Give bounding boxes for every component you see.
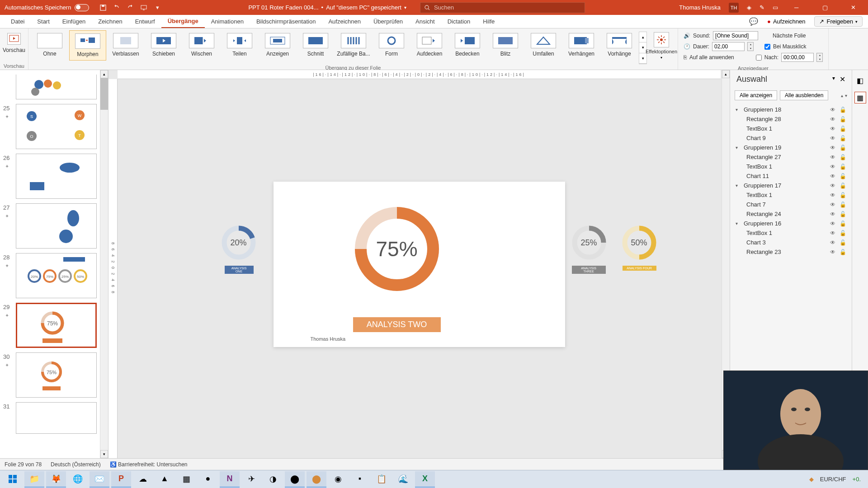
transition-form[interactable]: Form (373, 30, 410, 60)
thumbnail-29[interactable]: 29✦75% (16, 303, 97, 348)
tab-zeichnen[interactable]: Zeichnen (92, 15, 128, 28)
transition-aufdecken[interactable]: Aufdecken (411, 30, 448, 60)
redo-icon[interactable] (126, 4, 134, 12)
tree-item[interactable]: ▾Gruppieren 17👁🔓 (734, 181, 848, 190)
apply-all-button[interactable]: Auf alle anwenden (689, 54, 734, 61)
task-vlc[interactable]: ▲ (155, 471, 175, 488)
after-input[interactable] (781, 53, 814, 62)
effect-options[interactable]: Effektoptionen ▾ (648, 30, 675, 60)
accessibility-check[interactable]: ♿ Barrierefreiheit: Untersuchen (110, 461, 188, 468)
tree-item[interactable]: ▾Gruppieren 19👁🔓 (734, 143, 848, 152)
sidebar-tab-selection[interactable]: ▦ (854, 92, 866, 103)
tree-item[interactable]: Chart 11👁🔓 (734, 171, 848, 181)
selection-close-icon[interactable]: ✕ (840, 75, 845, 84)
task-onenote[interactable]: N (220, 471, 240, 488)
task-app-8[interactable]: 📋 (372, 471, 392, 488)
tree-item[interactable]: Chart 9👁🔓 (734, 133, 848, 143)
tree-item[interactable]: Rectangle 23👁🔓 (734, 247, 848, 257)
duration-spinner[interactable]: ▴▾ (747, 42, 754, 51)
tab-bildschirm[interactable]: Bildschirmpräsentation (250, 15, 322, 28)
after-spinner[interactable]: ▴▾ (816, 53, 823, 62)
save-icon[interactable] (99, 4, 107, 12)
transition-verhaengen[interactable]: Verhängen (563, 30, 600, 60)
on-click-checkbox[interactable] (764, 44, 770, 50)
task-app-7[interactable]: ▪ (350, 471, 370, 488)
transition-verblassen[interactable]: Verblassen (107, 30, 144, 60)
tree-item[interactable]: TextBox 1👁🔓 (734, 190, 848, 200)
tab-ansicht[interactable]: Ansicht (409, 15, 441, 28)
tree-item[interactable]: TextBox 1👁🔓 (734, 228, 848, 238)
tab-dictation[interactable]: Dictation (441, 15, 477, 28)
tab-start[interactable]: Start (31, 15, 56, 28)
task-app-3[interactable]: ● (198, 471, 218, 488)
selection-collapse-icon[interactable]: ▾ (832, 75, 835, 84)
close-button[interactable]: ✕ (843, 1, 863, 14)
share-button[interactable]: ↗Freigeben▾ (814, 16, 863, 27)
transition-teilen[interactable]: Teilen (221, 30, 258, 60)
search-box[interactable] (420, 2, 585, 13)
ticker-icon[interactable]: ◆ (809, 476, 814, 483)
tab-uebergaenge[interactable]: Übergänge (161, 15, 205, 28)
hide-all-button[interactable]: Alle ausblenden (780, 90, 828, 100)
task-outlook[interactable]: ✉️ (90, 471, 109, 488)
task-edge[interactable]: 🌊 (393, 471, 413, 488)
task-app-5[interactable]: ⬤ (307, 471, 326, 488)
thumbnail-26[interactable]: 26✦ (16, 154, 97, 199)
tree-item[interactable]: Rectangle 24👁🔓 (734, 209, 848, 219)
task-chrome[interactable]: 🌐 (68, 471, 88, 488)
search-input[interactable] (434, 4, 581, 11)
task-excel[interactable]: X (415, 471, 435, 488)
thumbnail-24partial[interactable] (16, 75, 97, 99)
more-icon[interactable]: ▾ (153, 4, 161, 12)
pen-icon[interactable]: ✎ (760, 4, 764, 11)
tree-item[interactable]: Rectangle 28👁🔓 (734, 114, 848, 124)
tree-item[interactable]: TextBox 1👁🔓 (734, 124, 848, 133)
tab-datei[interactable]: Datei (5, 15, 31, 28)
thumbnail-31[interactable]: 31 (16, 402, 97, 434)
autosave-toggle[interactable] (75, 4, 89, 11)
transition-morphen[interactable]: Morphen (69, 30, 106, 61)
task-powerpoint[interactable]: P (111, 471, 131, 488)
transition-anzeigen[interactable]: Anzeigen (259, 30, 296, 60)
tab-hilfe[interactable]: Hilfe (476, 15, 501, 28)
transition-blitz[interactable]: Blitz (487, 30, 524, 60)
slide-canvas[interactable]: 20% ANALYSIS ONE 75% ANALYSIS TWO 25% AN… (274, 182, 565, 347)
thumbnail-30[interactable]: 30✦75% (16, 352, 97, 398)
sidebar-tab-1[interactable]: ◧ (854, 75, 866, 86)
user-avatar[interactable]: TH (729, 3, 739, 13)
thumbs-scrollbar[interactable]: ▴▾ (100, 70, 108, 458)
start-button[interactable] (3, 471, 23, 488)
slide-editor[interactable]: |16|·|14|·|12|·|10|·|8|·|6|·|4|·|2|·|0|·… (108, 70, 730, 458)
task-firefox[interactable]: 🦊 (46, 471, 66, 488)
duration-input[interactable] (712, 42, 745, 51)
maximize-button[interactable]: ▢ (815, 1, 835, 14)
move-down-icon[interactable]: ▾ (845, 93, 847, 98)
task-app-6[interactable]: ◉ (328, 471, 348, 488)
transition-vorhaenge[interactable]: Vorhänge (601, 30, 638, 60)
record-button[interactable]: ●Aufzeichnen (763, 17, 810, 26)
tab-entwurf[interactable]: Entwurf (129, 15, 161, 28)
transition-zufall[interactable]: Zufällige Ba... (335, 30, 372, 60)
transition-schieben[interactable]: Schieben (145, 30, 182, 60)
task-explorer[interactable]: 📁 (24, 471, 44, 488)
task-obs[interactable]: ⬤ (285, 471, 305, 488)
tree-item[interactable]: TextBox 1👁🔓 (734, 162, 848, 171)
show-all-button[interactable]: Alle anzeigen (735, 90, 777, 100)
chevron-down-icon[interactable]: ▾ (404, 5, 406, 10)
thumbnail-28[interactable]: 28✦20%75%25%50% (16, 253, 97, 298)
language-indicator[interactable]: Deutsch (Österreich) (51, 461, 101, 468)
task-telegram[interactable]: ✈ (241, 471, 261, 488)
tree-item[interactable]: ▾Gruppieren 16👁🔓 (734, 219, 848, 228)
tab-ueberpruefen[interactable]: Überprüfen (367, 15, 409, 28)
present-icon[interactable] (140, 4, 148, 12)
comments-icon[interactable]: 💬 (749, 17, 758, 26)
after-checkbox[interactable] (756, 55, 762, 61)
minimize-button[interactable]: ─ (786, 1, 807, 14)
transition-ohne[interactable]: Ohne (31, 30, 68, 60)
move-up-icon[interactable]: ▴ (841, 93, 843, 98)
transition-schnitt[interactable]: Schnitt (297, 30, 334, 60)
window-icon[interactable]: ▭ (773, 4, 778, 11)
transition-bedecken[interactable]: Bedecken (449, 30, 486, 60)
tree-item[interactable]: Rectangle 27👁🔓 (734, 152, 848, 162)
diamond-icon[interactable]: ◈ (747, 4, 751, 11)
